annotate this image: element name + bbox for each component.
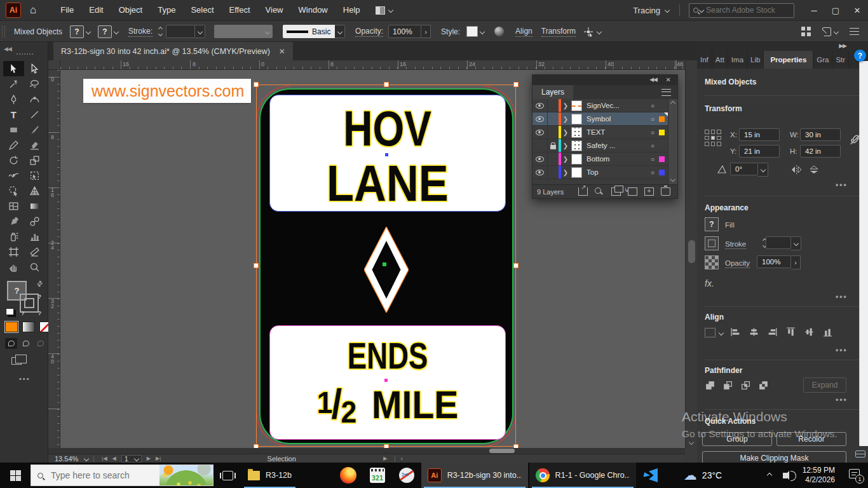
opacity-checker-icon[interactable] xyxy=(705,255,719,269)
isolate-selection-icon[interactable] xyxy=(582,27,595,37)
zoom-level[interactable]: 13.54% xyxy=(55,455,78,463)
horizontal-scrollbar[interactable] xyxy=(48,448,685,454)
target-circle-icon[interactable]: ○ xyxy=(648,169,658,176)
dock-scrollbar[interactable] xyxy=(859,61,868,446)
mesh-tool[interactable] xyxy=(3,198,24,214)
target-circle-icon[interactable]: ○ xyxy=(648,129,658,136)
previous-artboard-icon[interactable]: ◀ xyxy=(112,456,116,461)
new-sublayer-icon[interactable] xyxy=(628,187,637,196)
new-layer-icon[interactable] xyxy=(644,187,654,196)
artboard-navigation-field[interactable]: 1 xyxy=(121,455,142,463)
selection-tool[interactable] xyxy=(3,61,24,76)
layer-name[interactable]: SignVec... xyxy=(587,102,648,109)
transform-h-field[interactable]: 42 in xyxy=(800,145,841,158)
menu-file[interactable]: File xyxy=(53,0,81,20)
vertical-scrollbar[interactable] xyxy=(685,60,697,448)
selection-chip[interactable] xyxy=(659,116,665,122)
tab-properties[interactable]: Properties xyxy=(764,51,813,69)
menu-edit[interactable]: Edit xyxy=(81,0,111,20)
hand-tool[interactable] xyxy=(3,259,24,274)
stroke-weight-value[interactable] xyxy=(766,236,791,249)
magic-wand-tool[interactable] xyxy=(3,76,24,92)
target-circle-icon[interactable]: ○ xyxy=(648,156,658,163)
lasso-tool[interactable] xyxy=(24,76,45,92)
draw-behind-button[interactable] xyxy=(20,338,32,349)
layer-row-bottom[interactable]: ❯Bottom○ xyxy=(532,152,668,166)
draw-normal-button[interactable] xyxy=(5,338,17,349)
tab-inf[interactable]: Inf xyxy=(697,51,712,69)
flip-vertical-icon[interactable] xyxy=(809,165,820,174)
menu-type[interactable]: Type xyxy=(150,0,183,20)
collect-for-export-icon[interactable] xyxy=(578,187,588,196)
align-right-button[interactable] xyxy=(767,327,778,339)
selection-handle[interactable] xyxy=(513,263,519,268)
menu-object[interactable]: Object xyxy=(111,0,151,20)
appearance-stroke-swatch[interactable] xyxy=(705,236,719,250)
flip-horizontal-icon[interactable] xyxy=(791,165,802,174)
line-segment-tool[interactable] xyxy=(24,107,45,122)
transform-link[interactable]: Transform xyxy=(541,27,576,37)
vertical-scroll-thumb[interactable] xyxy=(688,240,695,263)
layer-thumbnail[interactable] xyxy=(571,100,582,111)
visibility-toggle[interactable] xyxy=(532,126,548,139)
taskbar-app-illustrator[interactable]: Ai R3-12b-sign 30 into... xyxy=(421,463,528,488)
eraser-tool[interactable] xyxy=(24,137,45,152)
brush-definition[interactable]: Basic xyxy=(283,25,335,38)
locate-object-icon[interactable] xyxy=(595,187,604,196)
tab-ima[interactable]: Ima xyxy=(728,51,747,69)
align-center-vertical-button[interactable] xyxy=(804,327,815,339)
expand-layer-icon[interactable]: ❯ xyxy=(561,116,570,123)
ruler-corner[interactable] xyxy=(48,60,60,70)
align-more-options[interactable]: ••• xyxy=(836,346,848,355)
control-bar-grip[interactable] xyxy=(2,26,5,37)
minimize-button[interactable]: ─ xyxy=(803,0,825,20)
swap-fill-stroke-icon[interactable]: ⇄ xyxy=(35,279,44,289)
width-tool[interactable] xyxy=(3,168,24,183)
start-button[interactable] xyxy=(0,463,31,488)
color-swatch-button[interactable] xyxy=(5,322,18,332)
layer-row-symbol[interactable]: ❯Symbol○ xyxy=(532,112,668,126)
visibility-toggle[interactable] xyxy=(532,99,548,112)
artboard-tool[interactable] xyxy=(3,244,24,259)
adobe-stock-search[interactable] xyxy=(689,3,794,18)
opacity-label[interactable]: Opacity: xyxy=(355,27,383,37)
maximize-button[interactable]: ▢ xyxy=(825,0,846,20)
tools-grip[interactable] xyxy=(17,53,33,55)
recolor-button[interactable]: Recolor xyxy=(776,432,846,446)
menu-select[interactable]: Select xyxy=(183,0,221,20)
delete-layer-icon[interactable] xyxy=(661,187,670,196)
taskbar-app-chrome[interactable]: R1-1 - Google Chro... xyxy=(529,463,636,488)
blend-tool[interactable] xyxy=(24,214,45,229)
menu-window[interactable]: Window xyxy=(291,0,336,20)
stroke-dropdown[interactable] xyxy=(791,236,801,250)
visibility-toggle[interactable] xyxy=(532,139,548,152)
stroke-color-button[interactable]: ? xyxy=(98,25,112,38)
default-fill-stroke-icon[interactable] xyxy=(6,308,14,315)
last-artboard-icon[interactable]: ▶| xyxy=(156,456,161,461)
taskbar-app-vscode[interactable] xyxy=(636,463,665,488)
tab-gra[interactable]: Gra xyxy=(813,51,832,69)
align-top-button[interactable] xyxy=(785,327,796,339)
transform-x-field[interactable]: 15 in xyxy=(739,128,780,141)
rotate-tool[interactable] xyxy=(3,152,24,168)
vertical-ruler[interactable]: 081 62 43 24 0 xyxy=(48,70,60,448)
tab-str[interactable]: Str xyxy=(832,51,849,69)
horizontal-scroll-thumb[interactable] xyxy=(489,449,515,453)
selection-handle[interactable] xyxy=(254,263,259,268)
layers-tab[interactable]: Layers xyxy=(532,85,573,99)
edit-toolbar-icon[interactable]: ••• xyxy=(19,375,31,383)
layer-thumbnail[interactable] xyxy=(571,114,582,125)
expand-layer-icon[interactable]: ❯ xyxy=(561,156,570,163)
align-link[interactable]: Align xyxy=(515,27,532,37)
pathfinder-intersect-button[interactable] xyxy=(740,380,751,393)
selection-chip[interactable] xyxy=(659,170,665,175)
curvature-tool[interactable] xyxy=(24,92,45,107)
direct-selection-tool[interactable] xyxy=(24,61,45,76)
opacity-field[interactable]: 100% xyxy=(388,25,421,38)
opacity-link[interactable]: Opacity xyxy=(725,259,750,268)
expand-layer-icon[interactable]: ❯ xyxy=(561,102,570,109)
pathfinder-unite-button[interactable] xyxy=(705,380,715,393)
gradient-tool[interactable] xyxy=(24,198,45,214)
stroke-weight-field[interactable] xyxy=(166,25,195,38)
pen-tool[interactable] xyxy=(3,92,24,107)
